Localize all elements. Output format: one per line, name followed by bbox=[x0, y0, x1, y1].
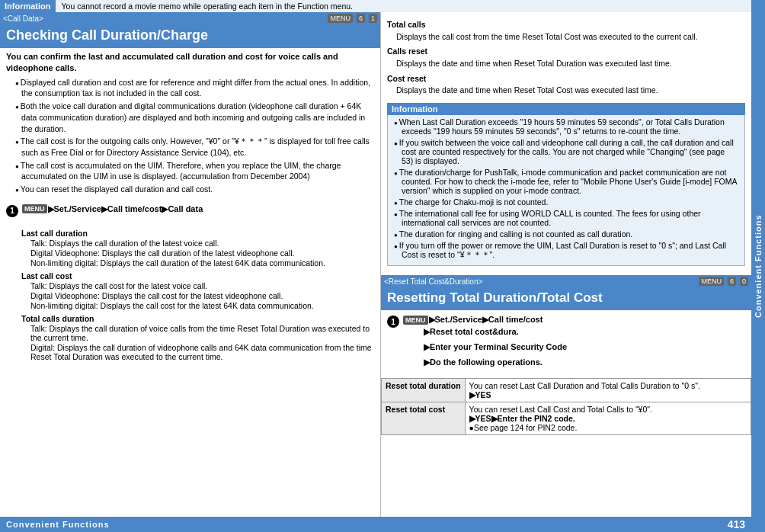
table-label-1: Reset total cost bbox=[382, 402, 466, 434]
sub-detail-0-1: Digital Videophone: Displays the call du… bbox=[30, 248, 374, 258]
sub-label-2: Total calls duration bbox=[21, 314, 374, 323]
call-data-header: <Call Data> MENU 6 1 bbox=[0, 12, 380, 24]
sub-detail-0-2: Non-limiting digital: Displays the call … bbox=[30, 258, 374, 268]
top-info-row: Information You cannot record a movie me… bbox=[0, 0, 751, 12]
sub-detail-1-0: Talk: Displays the call cost for the lat… bbox=[30, 281, 374, 290]
sub-detail-1-1: Digital Videophone: Displays the call co… bbox=[30, 291, 374, 300]
info-bullet-1: If you switch between the voice call and… bbox=[394, 138, 738, 165]
calls-reset-label: Calls reset bbox=[387, 46, 745, 57]
reset-step-text-0: ▶Set./Service▶Call time/cost bbox=[429, 315, 543, 325]
table-label-0: Reset total duration bbox=[382, 378, 466, 402]
reset-step-1-circle: 1 bbox=[387, 316, 399, 328]
left-bullet-3: The call cost is accumulated on the UIM.… bbox=[15, 160, 374, 182]
reset-indented-steps: ▶Reset total cost&dura. ▶Enter your Term… bbox=[424, 325, 745, 370]
right-info-box: Information When Last Call Duration exce… bbox=[387, 103, 745, 266]
right-info-header: Information bbox=[387, 103, 745, 115]
info-bullet-5: The duration for ringing and calling is … bbox=[394, 229, 738, 239]
table-content-0: You can reset Last Call Duration and Tot… bbox=[465, 378, 751, 402]
reset-badge-6: 6 bbox=[728, 277, 736, 286]
sub-detail-0-0: Talk: Displays the call duration of the … bbox=[30, 239, 374, 248]
sub-detail-2-1: Digital: Displays the call duration of v… bbox=[30, 343, 374, 361]
info-bullet-6: If you turn off the power or remove the … bbox=[394, 241, 738, 261]
reset-step-1-line: MENU ▶Set./Service▶Call time/cost bbox=[402, 315, 745, 325]
left-content-body: You can confirm the last and accumulated… bbox=[0, 48, 380, 200]
right-panel: Total calls Displays the call cost from … bbox=[381, 12, 751, 517]
table-row-0: Reset total duration You can reset Last … bbox=[382, 378, 751, 402]
sub-detail-2-0: Talk: Displays the call duration of voic… bbox=[30, 324, 374, 342]
reset-step-1-row: 1 MENU ▶Set./Service▶Call time/cost ▶Res… bbox=[387, 315, 745, 370]
left-bullet-2: The call cost is for the outgoing calls … bbox=[15, 136, 374, 158]
step-1-line: MENU ▶Set./Service▶Call time/cost▶Call d… bbox=[21, 204, 374, 214]
right-info-body: When Last Call Duration exceeds "19 hour… bbox=[387, 115, 745, 266]
left-title: Checking Call Duration/Charge bbox=[0, 24, 380, 48]
calls-reset-text: Displays the date and time when Reset To… bbox=[396, 58, 745, 69]
reset-badge-0: 0 bbox=[740, 277, 748, 286]
menu-badge-group-right: MENU 6 0 bbox=[696, 277, 748, 286]
info-label: Information bbox=[0, 0, 56, 12]
step-1-content: MENU ▶Set./Service▶Call time/cost▶Call d… bbox=[21, 204, 374, 214]
info-bullet-4: The international call fee for using WOR… bbox=[394, 209, 738, 227]
left-bullet-4: You can reset the displayed call duratio… bbox=[15, 184, 374, 195]
reset-menu-badge: MENU bbox=[699, 277, 724, 286]
info-bullet-0: When Last Call Duration exceeds "19 hour… bbox=[394, 117, 738, 136]
reset-step-line-3: ▶Do the following operations. bbox=[424, 355, 543, 370]
call-data-tag: <Call Data> bbox=[3, 14, 43, 23]
reset-step-line-2: ▶Enter your Terminal Security Code bbox=[424, 340, 567, 355]
sub-items: Last call duration Talk: Displays the ca… bbox=[21, 225, 374, 362]
total-calls-text: Displays the call cost from the time Res… bbox=[396, 31, 745, 43]
sub-detail-1-2: Non-limiting digital: Displays the call … bbox=[30, 301, 374, 310]
info-bullet-3: The charge for Chaku-moji is not counted… bbox=[394, 197, 738, 207]
left-bullet-1: Both the voice call duration and digital… bbox=[15, 101, 374, 134]
cost-reset-label: Cost reset bbox=[387, 73, 745, 85]
sub-label-0: Last call duration bbox=[21, 229, 374, 238]
menu-badge-1: 1 bbox=[369, 14, 377, 23]
inner-layout: <Call Data> MENU 6 1 Checking Call Durat… bbox=[0, 12, 751, 517]
total-calls-label: Total calls bbox=[387, 19, 745, 30]
menu-badge-6: 6 bbox=[357, 14, 365, 23]
reset-table: Reset total duration You can reset Last … bbox=[381, 378, 751, 435]
step-1-circle: 1 bbox=[6, 205, 18, 217]
step-menu-icon: MENU bbox=[22, 204, 47, 213]
reset-step-1-content: MENU ▶Set./Service▶Call time/cost ▶Reset… bbox=[402, 315, 745, 370]
sidebar-label: Convenient Functions bbox=[754, 214, 763, 318]
reset-title: Resetting Total Duration/Total Cost bbox=[381, 287, 751, 310]
sub-label-1: Last call cost bbox=[21, 271, 374, 280]
right-sidebar: Convenient Functions bbox=[751, 0, 765, 532]
reset-step-line-1: ▶Reset total cost&dura. bbox=[424, 325, 519, 340]
step-1-row: 1 MENU ▶Set./Service▶Call time/cost▶Call… bbox=[6, 204, 374, 217]
table-row-1: Reset total cost You can reset Last Call… bbox=[382, 402, 751, 434]
reset-tag: <Reset Total Cost&Duration> bbox=[384, 277, 482, 286]
info-bullet-2: The duration/charge for PushTalk, i-mode… bbox=[394, 168, 738, 195]
reset-step-menu-icon: MENU bbox=[403, 316, 428, 325]
left-panel: <Call Data> MENU 6 1 Checking Call Durat… bbox=[0, 12, 381, 517]
reset-section-header: <Reset Total Cost&Duration> MENU 6 0 bbox=[381, 275, 751, 287]
menu-badge-group-left: MENU 6 1 bbox=[325, 14, 377, 23]
left-bullet-0: Displayed call duration and cost are for… bbox=[15, 77, 374, 99]
cost-reset-text: Displays the date and time when Reset To… bbox=[396, 85, 745, 96]
intro-bold: You can confirm the last and accumulated… bbox=[6, 51, 374, 75]
table-content-1: You can reset Last Call Cost and Total C… bbox=[465, 402, 751, 434]
page-number: 413 bbox=[728, 518, 745, 530]
page-num-label: Convenient Functions bbox=[6, 520, 110, 529]
info-text: You cannot record a movie memo while ope… bbox=[56, 0, 752, 12]
menu-badge-menu: MENU bbox=[328, 14, 353, 23]
right-content-body: Total calls Displays the call cost from … bbox=[381, 12, 751, 100]
step-text: ▶Set./Service▶Call time/cost▶Call data bbox=[48, 204, 203, 214]
